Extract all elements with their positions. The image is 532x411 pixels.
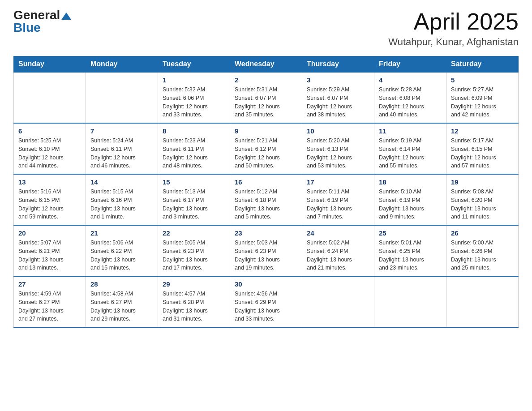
day-info: Sunrise: 5:21 AM Sunset: 6:12 PM Dayligh… bbox=[235, 137, 297, 170]
day-info: Sunrise: 5:31 AM Sunset: 6:07 PM Dayligh… bbox=[235, 86, 297, 119]
day-number: 23 bbox=[235, 229, 297, 237]
calendar-cell: 27Sunrise: 4:59 AM Sunset: 6:27 PM Dayli… bbox=[14, 276, 86, 327]
day-info: Sunrise: 5:25 AM Sunset: 6:10 PM Dayligh… bbox=[18, 137, 81, 170]
day-number: 4 bbox=[379, 76, 442, 84]
day-number: 21 bbox=[90, 229, 153, 237]
calendar-table: SundayMondayTuesdayWednesdayThursdayFrid… bbox=[13, 56, 519, 328]
logo-blue: Blue bbox=[13, 21, 41, 34]
day-info: Sunrise: 5:02 AM Sunset: 6:24 PM Dayligh… bbox=[307, 239, 369, 272]
calendar-cell: 2Sunrise: 5:31 AM Sunset: 6:07 PM Daylig… bbox=[230, 72, 302, 123]
day-number: 5 bbox=[451, 76, 514, 84]
calendar-cell: 29Sunrise: 4:57 AM Sunset: 6:28 PM Dayli… bbox=[158, 276, 230, 327]
day-info: Sunrise: 5:06 AM Sunset: 6:22 PM Dayligh… bbox=[90, 239, 153, 272]
title-block: April 2025 Wutahpur, Kunar, Afghanistan bbox=[388, 9, 519, 48]
day-number: 14 bbox=[90, 178, 153, 186]
day-info: Sunrise: 5:12 AM Sunset: 6:18 PM Dayligh… bbox=[235, 188, 297, 221]
day-number: 18 bbox=[379, 178, 442, 186]
svg-marker-0 bbox=[61, 13, 71, 20]
calendar-weekday-friday: Friday bbox=[374, 56, 446, 73]
calendar-cell: 6Sunrise: 5:25 AM Sunset: 6:10 PM Daylig… bbox=[14, 123, 86, 174]
calendar-week-row: 1Sunrise: 5:32 AM Sunset: 6:06 PM Daylig… bbox=[14, 72, 519, 123]
day-info: Sunrise: 5:07 AM Sunset: 6:21 PM Dayligh… bbox=[18, 239, 81, 272]
calendar-cell: 10Sunrise: 5:20 AM Sunset: 6:13 PM Dayli… bbox=[302, 123, 374, 174]
day-number: 3 bbox=[307, 76, 369, 84]
calendar-cell: 19Sunrise: 5:08 AM Sunset: 6:20 PM Dayli… bbox=[446, 174, 519, 225]
calendar-cell: 13Sunrise: 5:16 AM Sunset: 6:15 PM Dayli… bbox=[14, 174, 86, 225]
calendar-cell: 26Sunrise: 5:00 AM Sunset: 6:26 PM Dayli… bbox=[446, 225, 519, 276]
day-number: 16 bbox=[235, 178, 297, 186]
calendar-weekday-tuesday: Tuesday bbox=[158, 56, 230, 73]
day-number: 29 bbox=[163, 280, 225, 288]
calendar-cell bbox=[14, 72, 86, 123]
calendar-cell: 5Sunrise: 5:27 AM Sunset: 6:09 PM Daylig… bbox=[446, 72, 519, 123]
day-number: 24 bbox=[307, 229, 369, 237]
calendar-cell: 4Sunrise: 5:28 AM Sunset: 6:08 PM Daylig… bbox=[374, 72, 446, 123]
logo-general: General bbox=[13, 9, 60, 21]
calendar-cell: 24Sunrise: 5:02 AM Sunset: 6:24 PM Dayli… bbox=[302, 225, 374, 276]
calendar-cell: 11Sunrise: 5:19 AM Sunset: 6:14 PM Dayli… bbox=[374, 123, 446, 174]
page-header: General Blue April 2025 Wutahpur, Kunar,… bbox=[13, 9, 519, 48]
day-number: 19 bbox=[451, 178, 514, 186]
day-info: Sunrise: 5:08 AM Sunset: 6:20 PM Dayligh… bbox=[451, 188, 514, 221]
calendar-weekday-thursday: Thursday bbox=[302, 56, 374, 73]
calendar-week-row: 13Sunrise: 5:16 AM Sunset: 6:15 PM Dayli… bbox=[14, 174, 519, 225]
calendar-cell: 7Sunrise: 5:24 AM Sunset: 6:11 PM Daylig… bbox=[86, 123, 158, 174]
logo: General Blue bbox=[13, 9, 71, 34]
calendar-week-row: 20Sunrise: 5:07 AM Sunset: 6:21 PM Dayli… bbox=[14, 225, 519, 276]
day-info: Sunrise: 5:11 AM Sunset: 6:19 PM Dayligh… bbox=[307, 188, 369, 221]
calendar-cell: 17Sunrise: 5:11 AM Sunset: 6:19 PM Dayli… bbox=[302, 174, 374, 225]
calendar-cell: 12Sunrise: 5:17 AM Sunset: 6:15 PM Dayli… bbox=[446, 123, 519, 174]
calendar-cell: 28Sunrise: 4:58 AM Sunset: 6:27 PM Dayli… bbox=[86, 276, 158, 327]
calendar-cell: 18Sunrise: 5:10 AM Sunset: 6:19 PM Dayli… bbox=[374, 174, 446, 225]
day-info: Sunrise: 4:59 AM Sunset: 6:27 PM Dayligh… bbox=[18, 290, 81, 323]
day-info: Sunrise: 5:19 AM Sunset: 6:14 PM Dayligh… bbox=[379, 137, 442, 170]
day-number: 17 bbox=[307, 178, 369, 186]
day-info: Sunrise: 5:32 AM Sunset: 6:06 PM Dayligh… bbox=[163, 86, 225, 119]
day-info: Sunrise: 5:13 AM Sunset: 6:17 PM Dayligh… bbox=[163, 188, 225, 221]
day-number: 10 bbox=[307, 127, 369, 135]
day-number: 30 bbox=[235, 280, 297, 288]
day-number: 11 bbox=[379, 127, 442, 135]
day-info: Sunrise: 5:15 AM Sunset: 6:16 PM Dayligh… bbox=[90, 188, 153, 221]
day-number: 6 bbox=[18, 127, 81, 135]
day-number: 20 bbox=[18, 229, 81, 237]
calendar-cell: 16Sunrise: 5:12 AM Sunset: 6:18 PM Dayli… bbox=[230, 174, 302, 225]
day-info: Sunrise: 5:23 AM Sunset: 6:11 PM Dayligh… bbox=[163, 137, 225, 170]
calendar-cell: 23Sunrise: 5:03 AM Sunset: 6:23 PM Dayli… bbox=[230, 225, 302, 276]
calendar-cell: 14Sunrise: 5:15 AM Sunset: 6:16 PM Dayli… bbox=[86, 174, 158, 225]
day-info: Sunrise: 5:17 AM Sunset: 6:15 PM Dayligh… bbox=[451, 137, 514, 170]
day-number: 8 bbox=[163, 127, 225, 135]
day-info: Sunrise: 5:27 AM Sunset: 6:09 PM Dayligh… bbox=[451, 86, 514, 119]
day-info: Sunrise: 4:58 AM Sunset: 6:27 PM Dayligh… bbox=[90, 290, 153, 323]
day-number: 22 bbox=[163, 229, 225, 237]
day-number: 2 bbox=[235, 76, 297, 84]
day-info: Sunrise: 5:10 AM Sunset: 6:19 PM Dayligh… bbox=[379, 188, 442, 221]
calendar-week-row: 27Sunrise: 4:59 AM Sunset: 6:27 PM Dayli… bbox=[14, 276, 519, 327]
calendar-cell: 8Sunrise: 5:23 AM Sunset: 6:11 PM Daylig… bbox=[158, 123, 230, 174]
day-number: 9 bbox=[235, 127, 297, 135]
day-info: Sunrise: 4:56 AM Sunset: 6:29 PM Dayligh… bbox=[235, 290, 297, 323]
calendar-cell: 1Sunrise: 5:32 AM Sunset: 6:06 PM Daylig… bbox=[158, 72, 230, 123]
calendar-weekday-sunday: Sunday bbox=[14, 56, 86, 73]
day-info: Sunrise: 5:29 AM Sunset: 6:07 PM Dayligh… bbox=[307, 86, 369, 119]
day-number: 7 bbox=[90, 127, 153, 135]
calendar-location: Wutahpur, Kunar, Afghanistan bbox=[388, 36, 519, 48]
day-number: 25 bbox=[379, 229, 442, 237]
day-number: 28 bbox=[90, 280, 153, 288]
day-info: Sunrise: 5:03 AM Sunset: 6:23 PM Dayligh… bbox=[235, 239, 297, 272]
calendar-weekday-saturday: Saturday bbox=[446, 56, 519, 73]
calendar-cell: 25Sunrise: 5:01 AM Sunset: 6:25 PM Dayli… bbox=[374, 225, 446, 276]
calendar-cell: 15Sunrise: 5:13 AM Sunset: 6:17 PM Dayli… bbox=[158, 174, 230, 225]
calendar-weekday-wednesday: Wednesday bbox=[230, 56, 302, 73]
calendar-cell: 20Sunrise: 5:07 AM Sunset: 6:21 PM Dayli… bbox=[14, 225, 86, 276]
calendar-weekday-monday: Monday bbox=[86, 56, 158, 73]
day-number: 1 bbox=[163, 76, 225, 84]
day-number: 13 bbox=[18, 178, 81, 186]
day-info: Sunrise: 5:16 AM Sunset: 6:15 PM Dayligh… bbox=[18, 188, 81, 221]
calendar-title: April 2025 bbox=[388, 9, 519, 34]
day-info: Sunrise: 5:24 AM Sunset: 6:11 PM Dayligh… bbox=[90, 137, 153, 170]
day-info: Sunrise: 4:57 AM Sunset: 6:28 PM Dayligh… bbox=[163, 290, 225, 323]
logo-triangle-icon bbox=[61, 12, 71, 20]
calendar-cell: 21Sunrise: 5:06 AM Sunset: 6:22 PM Dayli… bbox=[86, 225, 158, 276]
day-number: 15 bbox=[163, 178, 225, 186]
